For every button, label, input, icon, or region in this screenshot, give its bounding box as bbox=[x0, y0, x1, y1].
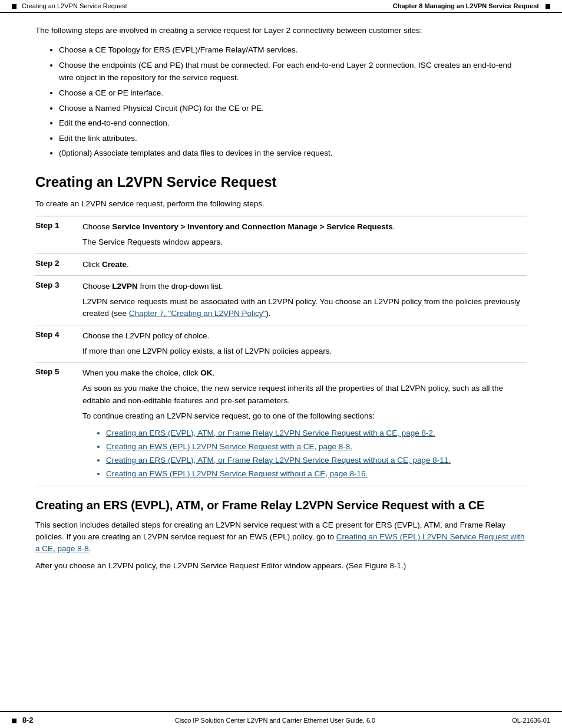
footer-right-text: OL-21636-01 bbox=[503, 717, 550, 724]
step5-main: When you make the choice, click OK. bbox=[82, 367, 527, 379]
section2-desc1: This section includes detailed steps for… bbox=[35, 519, 527, 555]
section1-heading: Creating an L2VPN Service Request bbox=[35, 174, 527, 191]
footer-center-text: Cisco IP Solution Center L2VPN and Carri… bbox=[47, 717, 503, 724]
content-area: The following steps are involved in crea… bbox=[0, 13, 562, 711]
bullet-item-5: Edit the end-to-end connection. bbox=[59, 117, 527, 130]
step-row-5: Step 5 When you make the choice, click O… bbox=[35, 363, 527, 486]
intro-paragraph: The following steps are involved in crea… bbox=[35, 25, 527, 37]
step2-main: Click Create. bbox=[82, 259, 527, 271]
link-item-2: Creating an EWS (EPL) L2VPN Service Requ… bbox=[106, 440, 527, 454]
bullet-item-2: Choose the endpoints (CE and PE) that mu… bbox=[59, 59, 527, 84]
step3-sub: L2VPN service requests must be associate… bbox=[82, 296, 527, 320]
step2-content: Click Create. bbox=[82, 259, 527, 271]
bullet-item-3: Choose a CE or PE interface. bbox=[59, 87, 527, 100]
step3-content: Choose L2VPN from the drop-down list. L2… bbox=[82, 281, 527, 320]
step-row-3: Step 3 Choose L2VPN from the drop-down l… bbox=[35, 276, 527, 325]
section2-link[interactable]: Creating an EWS (EPL) L2VPN Service Requ… bbox=[35, 532, 524, 553]
step4-main: Choose the L2VPN policy of choice. bbox=[82, 330, 527, 342]
link4[interactable]: Creating an EWS (EPL) L2VPN Service Requ… bbox=[106, 469, 368, 478]
footer-page-num: 8-2 bbox=[12, 716, 47, 724]
step-row-4: Step 4 Choose the L2VPN policy of choice… bbox=[35, 325, 527, 363]
step4-label: Step 4 bbox=[35, 330, 82, 358]
footer: 8-2 Cisco IP Solution Center L2VPN and C… bbox=[0, 711, 562, 728]
section2-heading: Creating an ERS (EVPL), ATM, or Frame Re… bbox=[35, 498, 527, 512]
link-item-4: Creating an EWS (EPL) L2VPN Service Requ… bbox=[106, 467, 527, 481]
section1-intro: To create an L2VPN service request, perf… bbox=[35, 198, 527, 210]
step-row-2: Step 2 Click Create. bbox=[35, 254, 527, 276]
bullet-item-1: Choose a CE Topology for ERS (EVPL)/Fram… bbox=[59, 44, 527, 57]
step5-sub2: To continue creating an L2VPN service re… bbox=[82, 410, 527, 422]
header-left-text: Creating an L2VPN Service Request bbox=[22, 2, 127, 9]
link3[interactable]: Creating an ERS (EVPL), ATM, or Frame Re… bbox=[106, 456, 451, 465]
link-item-1: Creating an ERS (EVPL), ATM, or Frame Re… bbox=[106, 427, 527, 440]
step3-main: Choose L2VPN from the drop-down list. bbox=[82, 281, 527, 292]
step3-label: Step 3 bbox=[35, 281, 82, 320]
step4-content: Choose the L2VPN policy of choice. If mo… bbox=[82, 330, 527, 358]
steps-container: Step 1 Choose Service Inventory > Invent… bbox=[35, 216, 527, 486]
page-container: Creating an L2VPN Service Request Chapte… bbox=[0, 0, 562, 728]
bullet-item-7: (0ptional) Associate templates and data … bbox=[59, 147, 527, 160]
step5-link-list: Creating an ERS (EVPL), ATM, or Frame Re… bbox=[106, 427, 527, 481]
link1[interactable]: Creating an ERS (EVPL), ATM, or Frame Re… bbox=[106, 429, 435, 437]
bullet-item-4: Choose a Named Physical Circuit (NPC) fo… bbox=[59, 102, 527, 115]
header-right-text: Chapter 8 Managing an L2VPN Service Requ… bbox=[393, 2, 539, 9]
footer-square-icon bbox=[12, 719, 16, 723]
bullet-item-6: Edit the link attributes. bbox=[59, 132, 527, 145]
header-left: Creating an L2VPN Service Request bbox=[12, 2, 127, 9]
header-right-square-icon bbox=[546, 4, 550, 9]
step5-label: Step 5 bbox=[35, 367, 82, 481]
step1-main: Choose Service Inventory > Inventory and… bbox=[82, 221, 527, 233]
step1-label: Step 1 bbox=[35, 221, 82, 249]
link-item-3: Creating an ERS (EVPL), ATM, or Frame Re… bbox=[106, 454, 527, 467]
footer-page-number: 8-2 bbox=[22, 716, 34, 724]
step5-sub1: As soon as you make the choice, the new … bbox=[82, 383, 527, 407]
header-square-icon bbox=[12, 4, 16, 9]
step4-sub: If more than one L2VPN policy exists, a … bbox=[82, 345, 527, 357]
step5-content: When you make the choice, click OK. As s… bbox=[82, 367, 527, 481]
step1-content: Choose Service Inventory > Inventory and… bbox=[82, 221, 527, 249]
step2-label: Step 2 bbox=[35, 259, 82, 271]
header-right: Chapter 8 Managing an L2VPN Service Requ… bbox=[393, 2, 550, 9]
step1-sub: The Service Requests window appears. bbox=[82, 236, 527, 248]
link2[interactable]: Creating an EWS (EPL) L2VPN Service Requ… bbox=[106, 442, 352, 451]
step-row-1: Step 1 Choose Service Inventory > Invent… bbox=[35, 216, 527, 254]
header-bar: Creating an L2VPN Service Request Chapte… bbox=[0, 0, 562, 13]
section2-desc2: After you choose an L2VPN policy, the L2… bbox=[35, 560, 527, 572]
intro-bullet-list: Choose a CE Topology for ERS (EVPL)/Fram… bbox=[59, 44, 527, 160]
step3-link[interactable]: Chapter 7, "Creating an L2VPN Policy" bbox=[129, 309, 266, 318]
